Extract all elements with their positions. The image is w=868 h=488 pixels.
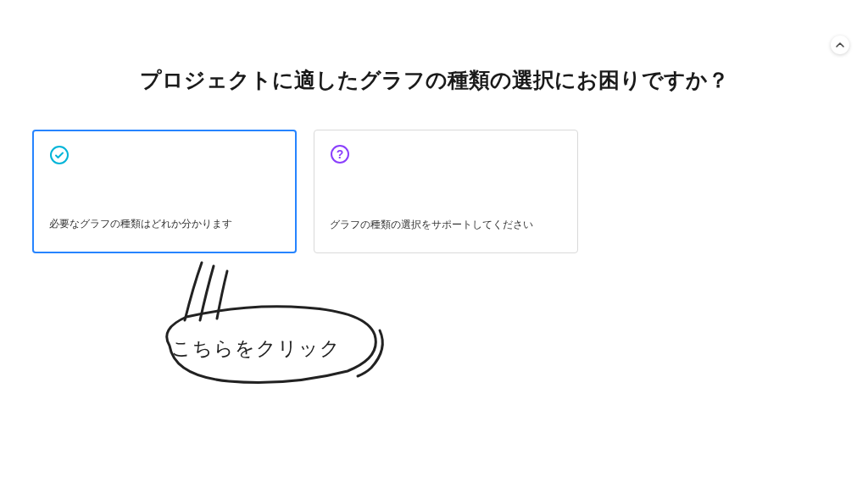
scroll-up-button[interactable] [831,36,849,54]
option-label-know: 必要なグラフの種類はどれか分かります [49,217,280,238]
page-heading: プロジェクトに適したグラフの種類の選択にお困りですか？ [0,66,868,94]
checkmark-circle-icon [49,145,70,165]
annotation-text: こちらをクリック [171,336,341,362]
chevron-up-icon [836,41,844,49]
question-circle-icon: ? [330,144,350,164]
option-card-know-graph[interactable]: 必要なグラフの種類はどれか分かります [32,130,297,253]
option-label-help: グラフの種類の選択をサポートしてください [330,218,562,239]
svg-point-0 [51,147,68,164]
option-cards-row: 必要なグラフの種類はどれか分かります ? グラフの種類の選択をサポートしてくださ… [0,130,868,253]
option-card-help-choose[interactable]: ? グラフの種類の選択をサポートしてください [314,130,578,253]
svg-text:?: ? [337,147,344,161]
annotation-speech-bubble: こちらをクリック [153,254,407,394]
